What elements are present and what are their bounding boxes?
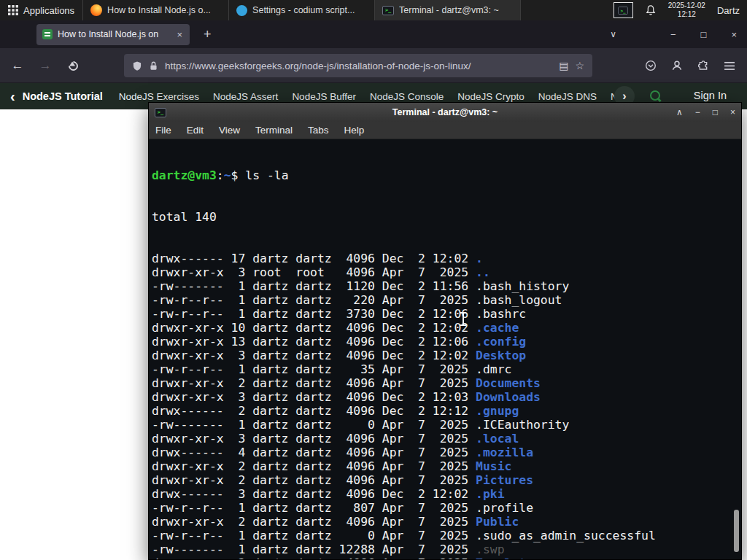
terminal-line: -rw-r--r-- 1 dartz dartz 220 Apr 7 2025 … xyxy=(152,293,741,307)
file-meta: -rw-r--r-- 1 dartz dartz 0 Apr 7 2025 xyxy=(152,529,476,542)
tab-bar: How to Install Node.js on × + ∨ − □ × xyxy=(0,20,747,48)
terminal-line: drwx------ 4 dartz dartz 4096 Apr 7 2025… xyxy=(152,446,741,459)
terminal-app-icon xyxy=(155,108,166,117)
browser-maximize-button[interactable]: □ xyxy=(701,29,707,40)
file-meta: drwx------ 3 dartz dartz 4096 Dec 2 12:0… xyxy=(152,487,476,501)
forward-button[interactable]: → xyxy=(34,54,57,77)
hamburger-icon xyxy=(724,61,735,71)
extensions-button[interactable] xyxy=(692,54,715,77)
file-meta: -rw-r--r-- 1 dartz dartz 35 Apr 7 2025 xyxy=(152,362,476,376)
pocket-button[interactable] xyxy=(639,54,662,77)
user-menu[interactable]: Dartz xyxy=(717,5,740,16)
file-name: .bashrc xyxy=(476,307,526,321)
browser-close-button[interactable]: × xyxy=(731,29,737,40)
sitenav-item[interactable]: NodeJS Console xyxy=(370,91,444,102)
terminal-line: -rw-r--r-- 1 dartz dartz 3730 Dec 2 12:0… xyxy=(152,307,741,321)
terminal-title-bar[interactable]: Terminal - dartz@vm3: ~ ∧ − □ × xyxy=(149,103,741,122)
sign-in-link[interactable]: Sign In xyxy=(694,90,727,101)
clock[interactable]: 2025-12-02 12:12 xyxy=(668,1,705,20)
terminal-minimize-button[interactable]: − xyxy=(695,107,700,117)
account-button[interactable] xyxy=(665,54,689,77)
lock-icon[interactable] xyxy=(149,61,158,71)
mouse-text-cursor xyxy=(462,313,464,325)
taskbar-window-title: Terminal - dartz@vm3: ~ xyxy=(399,5,499,15)
applications-grid-icon xyxy=(8,5,18,15)
file-name: .. xyxy=(476,265,490,279)
file-meta: drwxr-xr-x 2 dartz dartz 4096 Apr 7 2025 xyxy=(152,556,476,559)
notification-bell-icon[interactable] xyxy=(645,4,657,16)
browser-minimize-button[interactable]: − xyxy=(670,29,676,40)
terminal-scrollbar[interactable] xyxy=(733,139,740,558)
terminal-maximize-button[interactable]: □ xyxy=(713,107,718,117)
terminal-icon xyxy=(618,6,628,14)
url-bar[interactable]: https://www.geeksforgeeks.org/node-js/in… xyxy=(124,54,592,77)
file-name: .bash_history xyxy=(476,279,569,293)
menu-button[interactable] xyxy=(718,54,741,77)
terminal-close-button[interactable]: × xyxy=(730,107,735,117)
menu-view[interactable]: View xyxy=(219,125,240,136)
terminal-window-controls: ∧ − □ × xyxy=(676,107,735,117)
reload-button[interactable] xyxy=(61,54,85,77)
file-name: Music xyxy=(476,459,511,473)
file-meta: drwx------ 2 dartz dartz 4096 Dec 2 12:1… xyxy=(152,404,476,418)
file-meta: -rw------- 1 dartz dartz 12288 Apr 7 202… xyxy=(152,542,476,556)
bookmark-star-icon[interactable]: ☆ xyxy=(575,60,584,71)
terminal-line: drwxr-xr-x 10 dartz dartz 4096 Dec 2 12:… xyxy=(152,321,741,335)
file-meta: drwx------ 4 dartz dartz 4096 Apr 7 2025 xyxy=(152,446,476,459)
profile-icon xyxy=(671,60,683,71)
terminal-output[interactable]: dartz@vm3:~$ ls -la total 140 drwx------… xyxy=(149,139,741,559)
file-meta: -rw-r--r-- 1 dartz dartz 3730 Dec 2 12:0… xyxy=(152,307,476,321)
terminal-line: drwxr-xr-x 2 dartz dartz 4096 Apr 7 2025… xyxy=(152,473,741,487)
terminal-line: drwxr-xr-x 3 dartz dartz 4096 Dec 2 12:0… xyxy=(152,390,741,404)
sitenav-item[interactable]: NodeJS Buffer xyxy=(292,91,356,102)
browser-tab[interactable]: How to Install Node.js on × xyxy=(36,24,190,45)
menu-edit[interactable]: Edit xyxy=(187,125,204,136)
terminal-total-line: total 140 xyxy=(152,210,741,224)
file-meta: drwxr-xr-x 2 dartz dartz 4096 Apr 7 2025 xyxy=(152,473,476,487)
sitenav-next-chevron: › xyxy=(622,90,626,102)
sitenav-item[interactable]: NodeJS Crypto xyxy=(457,91,525,102)
file-name: .swp xyxy=(476,542,504,556)
shield-icon[interactable] xyxy=(132,61,142,71)
sitenav-item[interactable]: NodeJS Assert xyxy=(213,91,278,102)
taskbar-window-firefox[interactable]: How to Install Node.js o... xyxy=(83,0,229,20)
sitenav-item-tutorial[interactable]: NodeJS Tutorial xyxy=(23,90,103,102)
menu-help[interactable]: Help xyxy=(344,125,365,136)
url-input[interactable]: https://www.geeksforgeeks.org/node-js/in… xyxy=(165,61,552,71)
clock-time: 12:12 xyxy=(668,10,705,20)
list-all-tabs-button[interactable]: ∨ xyxy=(610,29,616,39)
tab-close-button[interactable]: × xyxy=(175,29,184,40)
toolbar-right-icons xyxy=(639,54,741,77)
applications-label: Applications xyxy=(23,5,74,16)
terminal-scrollbar-thumb[interactable] xyxy=(734,510,739,552)
applications-menu-button[interactable]: Applications xyxy=(0,0,83,20)
terminal-line: drwxr-xr-x 13 dartz dartz 4096 Dec 2 12:… xyxy=(152,335,741,349)
site-search-button[interactable] xyxy=(649,90,662,103)
new-tab-button[interactable]: + xyxy=(199,27,216,42)
terminal-line: -rw------- 1 dartz dartz 12288 Apr 7 202… xyxy=(152,542,741,556)
back-button[interactable]: ← xyxy=(6,54,29,77)
menu-tabs[interactable]: Tabs xyxy=(308,125,329,136)
reader-mode-icon[interactable]: ▤ xyxy=(559,60,568,71)
terminal-window: Terminal - dartz@vm3: ~ ∧ − □ × File Edi… xyxy=(148,102,742,560)
terminal-line: drwxr-xr-x 2 dartz dartz 4096 Apr 7 2025… xyxy=(152,556,741,559)
terminal-line: -rw-r--r-- 1 dartz dartz 807 Apr 7 2025 … xyxy=(152,501,741,515)
file-meta: drwx------ 17 dartz dartz 4096 Dec 2 12:… xyxy=(152,252,476,265)
browser-toolbar: ← → https://www.geeksforgeeks.org/node-j… xyxy=(0,48,747,83)
menu-terminal[interactable]: Terminal xyxy=(255,125,293,136)
menu-file[interactable]: File xyxy=(155,125,171,136)
sitenav-item[interactable]: NodeJS DNS xyxy=(538,91,597,102)
taskbar-window-codium[interactable]: Settings - codium script... xyxy=(229,0,375,20)
terminal-menu-bar: File Edit View Terminal Tabs Help xyxy=(149,122,741,139)
terminal-line: drwxr-xr-x 3 dartz dartz 4096 Apr 7 2025… xyxy=(152,432,741,446)
terminal-line: -rw------- 1 dartz dartz 1120 Dec 2 11:5… xyxy=(152,279,741,293)
taskbar-window-title: Settings - codium script... xyxy=(252,5,355,15)
sitenav-item[interactable]: NodeJS Exercises xyxy=(119,91,199,102)
tab-favicon xyxy=(42,29,53,39)
terminal-line: drwx------ 17 dartz dartz 4096 Dec 2 12:… xyxy=(152,252,741,265)
tray-terminal-icon[interactable] xyxy=(614,2,633,18)
sitenav-prev-chevron[interactable]: ‹ xyxy=(10,89,15,104)
taskbar-window-terminal[interactable]: Terminal - dartz@vm3: ~ xyxy=(375,0,521,20)
file-meta: drwxr-xr-x 10 dartz dartz 4096 Dec 2 12:… xyxy=(152,321,476,335)
terminal-rollup-button[interactable]: ∧ xyxy=(676,107,683,117)
